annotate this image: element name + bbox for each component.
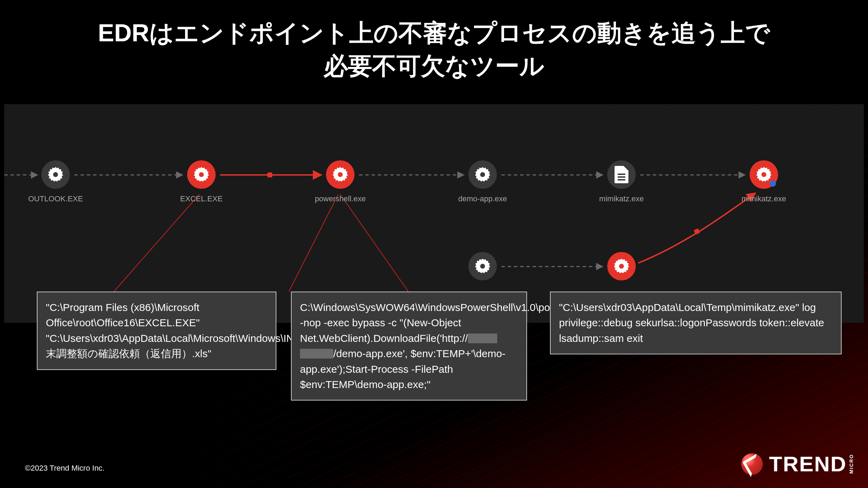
badge-icon	[770, 180, 776, 187]
node-label: powershell.exe	[315, 194, 366, 203]
gear-icon	[750, 160, 778, 189]
redacted-block	[300, 349, 333, 359]
slide-title: EDRはエンドポイント上の不審なプロセスの動きを追う上で 必要不可欠なツール	[0, 17, 868, 82]
node-mimikatz-file: mimikatz.exe	[594, 160, 649, 203]
node-mimikatz-exec: mimikatz.exe	[736, 160, 792, 203]
node-label: demo-app.exe	[458, 194, 507, 203]
gear-icon	[187, 160, 216, 189]
node-child-red	[594, 252, 649, 286]
redacted-block	[468, 334, 497, 343]
callout-powershell-cmd: C:\Windows\SysWOW64\WindowsPowerShell\v1…	[291, 292, 527, 401]
node-demo-app: demo-app.exe	[455, 160, 510, 203]
node-outlook: OUTLOOK.EXE	[28, 160, 83, 203]
node-child-dark	[455, 252, 510, 286]
node-excel: EXCEL.EXE	[174, 160, 229, 203]
document-icon	[607, 160, 636, 189]
node-label: mimikatz.exe	[742, 194, 786, 203]
gear-icon	[41, 160, 70, 189]
callout-mimikatz-cmd: "C:\Users\xdr03\AppData\Local\Temp\mimik…	[550, 292, 842, 354]
trend-ball-icon	[741, 453, 763, 475]
node-powershell: powershell.exe	[312, 160, 368, 203]
title-line-2: 必要不可欠なツール	[0, 50, 868, 83]
callout-text: "C:\Users\xdr03\AppData\Local\Temp\mimik…	[559, 302, 824, 344]
brand-text: TREND	[769, 452, 847, 476]
copyright: ©2023 Trend Micro Inc.	[25, 464, 105, 473]
gear-icon	[468, 252, 497, 280]
callout-excel-cmd: "C:\Program Files (x86)\Microsoft Office…	[37, 292, 276, 370]
gear-icon	[468, 160, 497, 189]
node-label: EXCEL.EXE	[180, 194, 223, 203]
brand-logo: TREND MICRO	[741, 452, 854, 476]
gear-icon	[326, 160, 354, 189]
node-label: mimikatz.exe	[599, 194, 644, 203]
node-label: OUTLOOK.EXE	[28, 194, 83, 203]
brand-subtext: MICRO	[849, 454, 854, 474]
gear-icon	[607, 252, 636, 280]
process-graph-panel	[4, 104, 864, 323]
title-line-1: EDRはエンドポイント上の不審なプロセスの動きを追う上で	[0, 17, 868, 50]
